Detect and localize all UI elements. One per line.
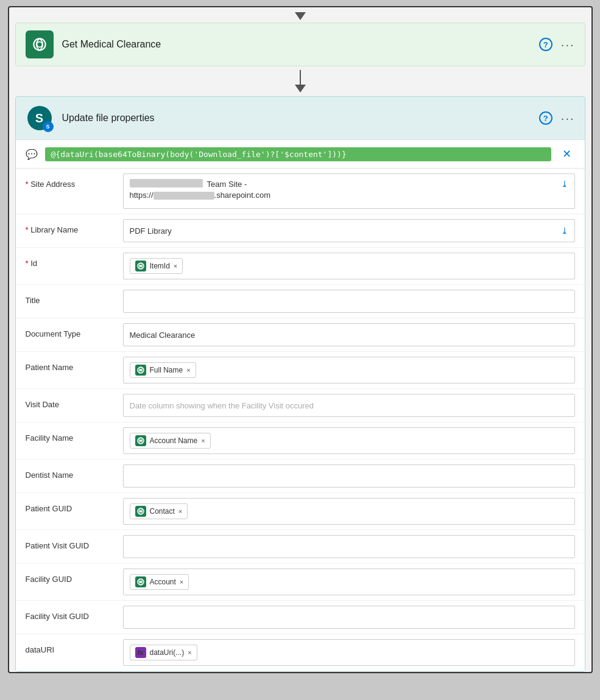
library-name-row: Library Name PDF Library ⤓ — [16, 214, 585, 248]
document-type-label: Document Type — [26, 323, 123, 338]
document-type-input[interactable]: Medical Clearance — [123, 323, 575, 346]
patient-guid-input[interactable]: Contact × — [123, 498, 575, 525]
patient-visit-guid-label: Patient Visit GUID — [26, 535, 123, 550]
svg-point-11 — [139, 581, 142, 583]
facility-visit-guid-input[interactable] — [123, 606, 575, 629]
facility-name-row: Facility Name Account Name × — [16, 422, 585, 460]
patient-guid-row: Patient GUID Contact × — [16, 493, 585, 530]
facility-guid-input[interactable]: Account × — [123, 569, 575, 595]
svg-point-3 — [139, 265, 142, 267]
facility-name-token-icon — [135, 435, 146, 446]
site-address-input-area: ████████████ Team Site - https://███████… — [123, 173, 575, 209]
arrow-line — [300, 70, 301, 85]
facility-guid-token-remove[interactable]: × — [180, 578, 183, 586]
sp-letter: S — [35, 111, 43, 125]
title-row: Title — [16, 285, 585, 318]
document-type-row: Document Type Medical Clearance — [16, 318, 585, 352]
visit-date-row: Visit Date Date column showing when the … — [16, 389, 585, 422]
form-area: 💬 @{dataUri(base64ToBinary(body('Downloa… — [16, 139, 585, 671]
data-uri-label: dataURI — [26, 639, 123, 654]
patient-name-token-icon — [135, 365, 146, 376]
data-uri-input[interactable]: fx dataUri(...) × — [123, 639, 575, 666]
id-token: ItemId × — [130, 258, 183, 274]
card1-more-button[interactable]: ··· — [561, 38, 575, 52]
top-arrow-head — [295, 12, 306, 20]
facility-guid-label: Facility GUID — [26, 569, 123, 584]
facility-name-token-remove[interactable]: × — [201, 437, 205, 444]
svg-point-1 — [37, 42, 42, 47]
get-medical-title: Get Medical Clearance — [62, 39, 531, 50]
facility-name-token: Account Name × — [130, 433, 211, 449]
card2-actions: ? ··· — [539, 111, 575, 125]
dentist-name-input[interactable] — [123, 464, 575, 488]
facility-name-input[interactable]: Account Name × — [123, 427, 575, 454]
facility-guid-row: Facility GUID Account × — [16, 564, 585, 601]
library-name-dropdown[interactable]: PDF Library ⤓ — [123, 219, 575, 242]
library-name-value: PDF Library — [130, 226, 172, 236]
get-medical-clearance-card: Get Medical Clearance ? ··· — [15, 23, 585, 66]
facility-guid-token-icon — [135, 576, 146, 587]
expression-pill[interactable]: @{dataUri(base64ToBinary(body('Download_… — [45, 147, 551, 161]
id-row: Id ItemId × — [16, 248, 585, 285]
data-uri-fx-icon: fx — [135, 647, 146, 658]
swirl-icon — [31, 36, 48, 53]
title-label: Title — [26, 290, 123, 305]
site-address-content: ████████████ Team Site - https://███████… — [130, 179, 271, 201]
card1-help-button[interactable]: ? — [539, 38, 552, 51]
sharepoint-icon: S S — [26, 104, 54, 132]
update-file-properties-card: S S Update file properties ? ··· 💬 — [15, 96, 585, 672]
data-uri-row: dataURI fx dataUri(...) × — [16, 634, 585, 671]
patient-visit-guid-input-area — [123, 535, 575, 558]
visit-date-label: Visit Date — [26, 394, 123, 409]
patient-name-label: Patient Name — [26, 357, 123, 372]
patient-guid-label: Patient GUID — [26, 498, 123, 513]
title-input-area — [123, 290, 575, 313]
id-token-remove[interactable]: × — [174, 262, 177, 270]
facility-visit-guid-input-area — [123, 606, 575, 629]
data-uri-token-remove[interactable]: × — [188, 649, 191, 656]
site-address-dropdown[interactable]: ████████████ Team Site - https://███████… — [123, 173, 575, 209]
card1-actions: ? ··· — [539, 38, 575, 52]
visit-date-placeholder: Date column showing when the Facility Vi… — [130, 401, 314, 410]
library-name-label: Library Name — [26, 219, 123, 234]
svg-point-7 — [139, 439, 142, 442]
middle-connector — [9, 66, 591, 96]
expression-close-button[interactable]: ✕ — [559, 146, 575, 162]
get-medical-icon — [26, 30, 54, 58]
update-file-title: Update file properties — [62, 113, 531, 124]
library-name-chevron-icon: ⤓ — [561, 226, 568, 236]
site-address-row: Site Address ████████████ Team Site - — [16, 169, 585, 214]
facility-name-label: Facility Name — [26, 427, 123, 443]
card2-help-button[interactable]: ? — [539, 111, 552, 125]
id-input-area: ItemId × — [123, 253, 575, 279]
patient-name-input[interactable]: Full Name × — [123, 357, 575, 383]
facility-guid-input-area: Account × — [123, 569, 575, 595]
patient-guid-token: Contact × — [130, 503, 188, 519]
dentist-name-input-area — [123, 464, 575, 488]
patient-guid-token-icon — [135, 506, 146, 517]
patient-visit-guid-input[interactable] — [123, 535, 575, 558]
dentist-name-label: Dentist Name — [26, 464, 123, 480]
patient-name-token-remove[interactable]: × — [186, 366, 190, 374]
patient-guid-input-area: Contact × — [123, 498, 575, 525]
data-uri-input-area: fx dataUri(...) × — [123, 639, 575, 666]
svg-point-5 — [139, 369, 142, 371]
patient-guid-token-remove[interactable]: × — [178, 508, 182, 515]
site-address-label: Site Address — [26, 173, 123, 189]
facility-guid-token: Account × — [130, 574, 189, 590]
card2-more-button[interactable]: ··· — [561, 111, 575, 125]
visit-date-input[interactable]: Date column showing when the Facility Vi… — [123, 394, 575, 417]
library-name-input-area: PDF Library ⤓ — [123, 219, 575, 242]
id-input[interactable]: ItemId × — [123, 253, 575, 279]
expression-bar: 💬 @{dataUri(base64ToBinary(body('Downloa… — [16, 140, 585, 169]
data-uri-token: fx dataUri(...) × — [130, 645, 197, 660]
svg-point-0 — [34, 38, 45, 50]
card2-header: S S Update file properties ? ··· — [16, 97, 585, 139]
svg-point-9 — [139, 510, 142, 513]
title-input[interactable] — [123, 290, 575, 313]
patient-name-row: Patient Name Full Name × — [16, 352, 585, 389]
id-label: Id — [26, 253, 123, 268]
dentist-name-row: Dentist Name — [16, 460, 585, 493]
facility-name-input-area: Account Name × — [123, 427, 575, 454]
id-token-icon — [135, 261, 146, 271]
